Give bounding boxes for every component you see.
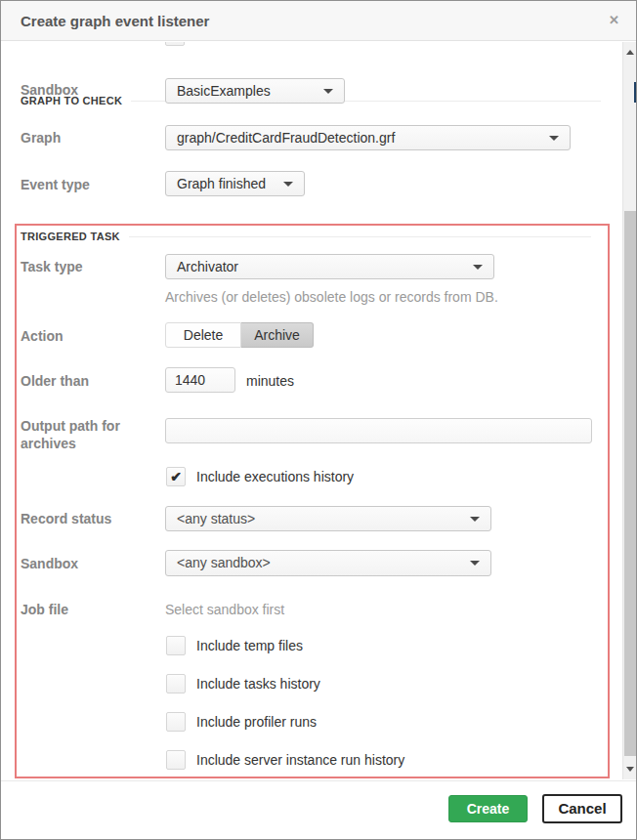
include-profiler-runs-checkbox[interactable] [166, 712, 186, 732]
action-label: Action [21, 328, 64, 344]
record-status-dropdown[interactable]: <any status> [165, 506, 491, 531]
job-file-label: Job file [21, 602, 68, 617]
action-archive-button[interactable]: Archive [241, 322, 314, 348]
action-delete-button[interactable]: Delete [165, 322, 241, 348]
sandbox-dropdown[interactable]: BasicExamples [165, 78, 345, 104]
graph-label: Graph [21, 130, 61, 146]
task-sandbox-label: Sandbox [21, 556, 78, 571]
include-executions-history-label: Include executions history [196, 469, 354, 484]
include-tasks-history-checkbox[interactable] [166, 674, 186, 693]
output-path-input[interactable] [165, 418, 592, 443]
section-rule [129, 236, 591, 237]
task-sandbox-dropdown-value: <any sandbox> [177, 555, 271, 570]
close-icon[interactable]: ✕ [609, 14, 619, 27]
scrollbar-up-arrow-icon[interactable] [626, 50, 634, 55]
include-server-instance-run-history-checkbox[interactable] [166, 750, 186, 770]
event-type-dropdown[interactable]: Graph finished [165, 171, 305, 196]
task-type-description: Archives (or deletes) obsolete logs or r… [165, 289, 498, 305]
chevron-down-icon [470, 561, 480, 566]
event-type-label: Event type [21, 177, 90, 192]
include-profiler-runs-label: Include profiler runs [196, 714, 317, 730]
older-than-label: Older than [21, 373, 89, 389]
chevron-down-icon [283, 182, 293, 187]
job-file-hint: Select sandbox first [165, 602, 284, 617]
task-type-dropdown[interactable]: Archivator [165, 254, 494, 279]
graph-dropdown-value: graph/CreditCardFraudDetection.grf [177, 130, 395, 146]
include-server-instance-run-history-label: Include server instance run history [196, 752, 404, 768]
output-path-label: Output path for archives [21, 417, 143, 452]
triggered-task-highlight-box [15, 224, 610, 778]
include-tasks-history-label: Include tasks history [196, 676, 320, 692]
section-triggered-task-header: TRIGGERED TASK [21, 231, 591, 242]
older-than-unit: minutes [246, 373, 294, 389]
include-executions-history-checkbox[interactable]: ✔ [166, 467, 186, 486]
cancel-button[interactable]: Cancel [542, 794, 622, 823]
section-legend: TRIGGERED TASK [21, 231, 120, 242]
dialog-footer: Create Cancel [1, 780, 636, 840]
task-type-label: Task type [21, 259, 83, 274]
scrollbar-thumb[interactable] [624, 211, 637, 756]
chevron-down-icon [549, 136, 559, 141]
sandbox-label: Sandbox [21, 82, 78, 98]
vertical-scrollbar[interactable] [622, 42, 637, 779]
chevron-down-icon [323, 89, 333, 94]
record-status-dropdown-value: <any status> [177, 511, 255, 526]
chevron-down-icon [473, 265, 483, 270]
checkmark-icon: ✔ [170, 469, 182, 484]
older-than-input[interactable] [165, 367, 235, 393]
include-temp-files-label: Include temp files [196, 638, 303, 653]
sandbox-dropdown-value: BasicExamples [177, 83, 271, 99]
dialog-title: Create graph event listener [21, 1, 209, 41]
record-status-label: Record status [21, 511, 111, 526]
scrollbar-down-arrow-icon[interactable] [626, 767, 634, 772]
partial-checkbox[interactable] [165, 42, 185, 46]
create-graph-event-listener-dialog: Create graph event listener ✕ GRAPH TO C… [0, 0, 637, 840]
task-type-dropdown-value: Archivator [177, 259, 238, 274]
dialog-scroll-content: GRAPH TO CHECK Sandbox BasicExamples Gra… [1, 42, 622, 779]
task-sandbox-dropdown[interactable]: <any sandbox> [165, 550, 491, 576]
create-button[interactable]: Create [448, 795, 528, 822]
include-temp-files-checkbox[interactable] [166, 636, 186, 655]
dialog-titlebar: Create graph event listener ✕ [1, 1, 636, 41]
chevron-down-icon [470, 517, 480, 522]
graph-dropdown[interactable]: graph/CreditCardFraudDetection.grf [165, 125, 571, 150]
event-type-dropdown-value: Graph finished [177, 176, 266, 191]
